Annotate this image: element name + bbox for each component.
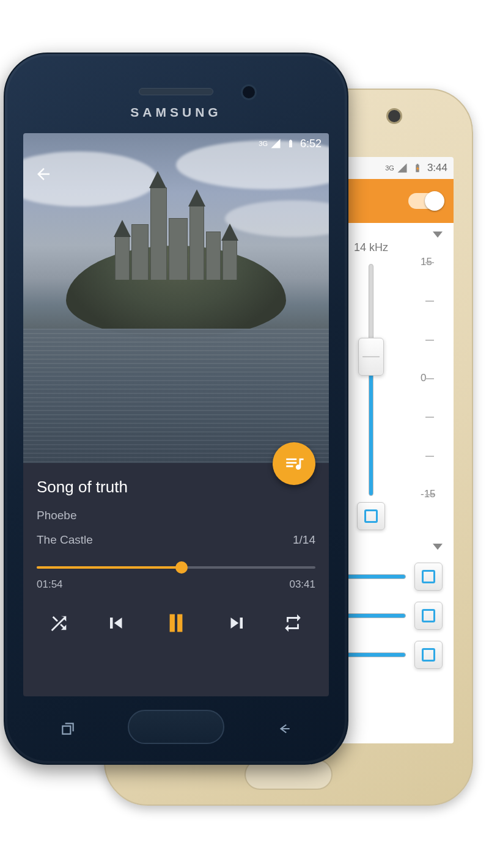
signal-icon [270,138,281,149]
eq-scale: 15 0 -15 [425,262,443,494]
arrow-back-icon [34,165,53,183]
skip-next-icon [226,612,248,634]
front-camera [241,84,257,100]
eq-band-slider[interactable] [360,264,382,496]
status-bar: 3G 6:52 [23,133,329,154]
recents-nav-icon[interactable] [59,721,77,737]
time-total: 03:41 [289,578,315,591]
skip-previous-icon [105,612,127,634]
album-art: 3G 6:52 [23,133,329,463]
progress-thumb[interactable] [175,561,188,574]
castle-illustration [115,170,237,280]
time-row: 01:54 03:41 [23,570,329,594]
eq-reset-button[interactable] [357,502,385,530]
playlist-fab[interactable] [273,442,315,485]
battery-icon [286,138,295,149]
next-button[interactable] [226,612,248,634]
clock: 6:52 [300,137,322,150]
home-button[interactable] [128,710,224,744]
time-elapsed: 01:54 [37,578,63,591]
repeat-icon [282,613,303,633]
queue-position: 1/14 [293,533,315,547]
song-artist: Phoebe [37,509,315,522]
back-nav-icon[interactable] [275,721,293,737]
signal-icon [397,162,408,173]
h-slider-reset[interactable] [414,641,443,669]
chevron-down-icon[interactable] [433,544,443,550]
play-pause-button[interactable] [161,608,191,638]
h-slider-reset[interactable] [414,563,443,591]
device-brand: SAMSUNG [5,105,347,120]
song-title: Song of truth [37,478,315,497]
player-screen: 3G 6:52 Song of truth Phoebe [23,133,329,696]
clock: 3:44 [427,162,447,174]
playlist-music-icon [284,453,304,474]
player-controls [23,594,329,644]
equalizer-toggle[interactable] [408,193,443,209]
shuffle-icon [49,613,70,633]
network-label: 3G [259,140,268,147]
phone-frame-dark: SAMSUNG 3G [4,53,348,765]
earpiece [139,88,213,95]
shuffle-button[interactable] [49,613,70,633]
network-label: 3G [385,164,394,172]
previous-button[interactable] [105,612,127,634]
battery-icon [413,162,422,173]
front-camera [386,108,402,124]
back-button[interactable] [34,165,53,183]
h-slider-reset[interactable] [414,602,443,630]
progress-fill [37,566,182,569]
pause-icon [161,608,191,638]
song-album: The Castle [37,533,93,547]
repeat-button[interactable] [282,613,303,633]
progress-bar[interactable] [37,566,315,569]
chevron-down-icon[interactable] [433,232,443,238]
